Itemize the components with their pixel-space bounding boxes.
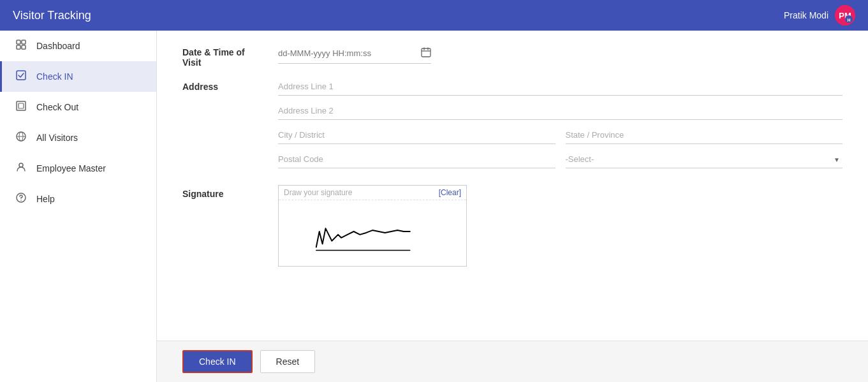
date-time-section: Date & Time of Visit (182, 43, 842, 68)
sidebar-item-employee-label: Employee Master (36, 163, 106, 173)
signature-drawing (279, 200, 466, 263)
form-area: Date & Time of Visit Address (157, 31, 868, 341)
signature-box[interactable]: Draw your signature [Clear] (278, 185, 467, 267)
svg-rect-17 (422, 48, 430, 57)
sidebar-item-dashboard[interactable]: Dashboard (0, 31, 156, 61)
postal-country-row: -Select- India USA UK Australia ▼ (278, 151, 842, 175)
city-state-row (278, 126, 842, 151)
checkin-icon (15, 70, 27, 83)
signature-canvas[interactable] (279, 200, 466, 263)
all-visitors-icon (15, 131, 27, 144)
main-layout: Dashboard Check IN Check Out All Visitor… (0, 31, 868, 382)
reset-button[interactable]: Reset (260, 350, 316, 373)
help-icon (15, 193, 27, 205)
svg-rect-4 (17, 40, 20, 44)
app-header: Visitor Tracking Pratik Modi PM H (0, 0, 868, 31)
state-input[interactable] (566, 126, 843, 144)
checkin-button[interactable]: Check IN (182, 350, 253, 373)
form-footer: Check IN Reset (157, 341, 868, 382)
user-name: Pratik Modi (784, 10, 828, 20)
sidebar-item-help[interactable]: Help (0, 184, 156, 214)
svg-rect-6 (17, 45, 20, 49)
city-input[interactable] (278, 126, 555, 144)
dashboard-icon (15, 40, 27, 52)
main-content: Date & Time of Visit Address (157, 31, 868, 382)
sidebar-item-all-visitors[interactable]: All Visitors (0, 122, 156, 153)
clear-button[interactable]: [Clear] (439, 188, 461, 197)
address-line2-field (278, 102, 842, 120)
avatar: PM H (835, 5, 855, 26)
address-label: Address (182, 78, 259, 92)
calendar-icon[interactable] (421, 47, 431, 59)
sidebar-item-all-visitors-label: All Visitors (36, 133, 78, 143)
country-select[interactable]: -Select- India USA UK Australia (566, 151, 843, 168)
signature-label: Signature (182, 185, 259, 199)
svg-text:H: H (847, 18, 850, 22)
user-info: Pratik Modi PM H (784, 5, 855, 26)
sidebar: Dashboard Check IN Check Out All Visitor… (0, 31, 157, 382)
country-select-wrapper: -Select- India USA UK Australia ▼ (566, 151, 843, 168)
employee-icon (15, 162, 27, 175)
svg-point-16 (20, 200, 22, 201)
svg-point-14 (19, 163, 23, 167)
date-time-label: Date & Time of Visit (182, 43, 259, 68)
address-line2-input[interactable] (278, 102, 842, 120)
address-section: Address (182, 78, 842, 175)
sidebar-item-checkout[interactable]: Check Out (0, 92, 156, 122)
svg-rect-7 (22, 45, 26, 49)
sidebar-item-checkin[interactable]: Check IN (0, 61, 156, 92)
sidebar-item-checkout-label: Check Out (36, 102, 78, 112)
signature-header: Draw your signature [Clear] (279, 186, 466, 200)
sidebar-item-help-label: Help (36, 194, 55, 204)
country-field: -Select- India USA UK Australia ▼ (566, 151, 843, 168)
postal-field (278, 151, 555, 168)
sidebar-item-checkin-label: Check IN (36, 71, 73, 82)
sidebar-item-dashboard-label: Dashboard (36, 41, 80, 51)
date-time-field[interactable] (278, 43, 431, 64)
avatar-icon: PM H (835, 5, 855, 26)
svg-rect-8 (17, 71, 26, 80)
postal-input[interactable] (278, 151, 555, 168)
svg-rect-10 (18, 103, 24, 108)
date-time-input[interactable] (278, 48, 421, 58)
address-line1-field (278, 78, 842, 96)
state-field (566, 126, 843, 144)
svg-rect-9 (17, 101, 26, 110)
signature-section: Signature Draw your signature [Clear] (182, 185, 842, 267)
app-title: Visitor Tracking (13, 9, 91, 22)
svg-rect-5 (22, 40, 26, 44)
checkout-icon (15, 101, 27, 114)
signature-placeholder: Draw your signature (284, 188, 352, 197)
address-line1-input[interactable] (278, 78, 842, 96)
address-fields: -Select- India USA UK Australia ▼ (278, 78, 842, 175)
city-field (278, 126, 555, 144)
sidebar-item-employee-master[interactable]: Employee Master (0, 153, 156, 184)
